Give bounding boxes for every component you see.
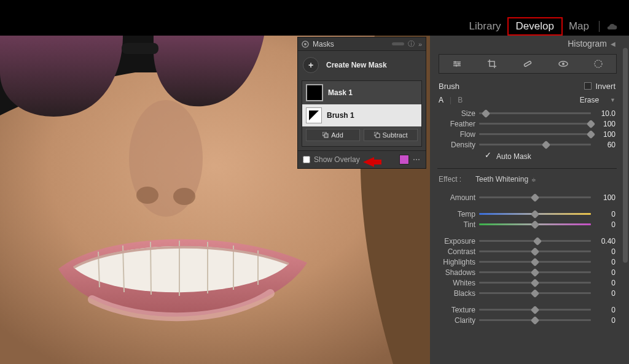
- svg-point-2: [136, 187, 158, 204]
- divider: [437, 168, 617, 169]
- chevron-updown-icon: ≑: [529, 177, 536, 183]
- highlights-slider[interactable]: Highlights 0: [430, 257, 629, 267]
- temp-slider[interactable]: Temp 0: [430, 209, 629, 219]
- svg-point-13: [304, 43, 307, 45]
- svg-point-3: [173, 188, 195, 205]
- brush-a-button[interactable]: A: [439, 96, 443, 104]
- masks-panel-icon: [302, 41, 309, 48]
- brush-b-button[interactable]: B: [458, 96, 463, 104]
- scrollbar[interactable]: [623, 48, 628, 263]
- size-slider[interactable]: Size 10.0: [430, 108, 629, 118]
- mask-item: Mask 1 Brush 1 Add Subtract: [302, 80, 422, 147]
- flow-slider[interactable]: Flow 100: [430, 129, 629, 139]
- effect-preset-dropdown[interactable]: Teeth Whitening ≑: [475, 175, 536, 184]
- drag-handle-icon[interactable]: [392, 42, 404, 45]
- texture-slider[interactable]: Texture 0: [430, 304, 629, 315]
- brush-name: Brush 1: [327, 111, 354, 120]
- nav-library[interactable]: Library: [463, 18, 507, 35]
- masks-panel-title: Masks: [313, 40, 388, 48]
- svg-rect-4: [122, 43, 158, 54]
- clarity-slider[interactable]: Clarity 0: [430, 315, 629, 325]
- masks-panel-footer: Show Overlay ⋯: [298, 150, 426, 168]
- brush-thumbnail[interactable]: [306, 107, 322, 123]
- automask-row[interactable]: Auto Mask: [430, 150, 629, 166]
- tint-slider[interactable]: Tint 0: [430, 219, 629, 230]
- mask-header-row[interactable]: Mask 1: [302, 81, 421, 104]
- tool-strip: [439, 54, 617, 74]
- right-panel: Histogram ◀ Brush Invert A | B Erase ▼ S…: [430, 36, 629, 364]
- edit-tool-icon[interactable]: [450, 57, 464, 71]
- top-bar: Library Develop Map: [0, 0, 629, 36]
- svg-point-20: [455, 65, 457, 67]
- module-nav: Library Develop Map: [463, 17, 618, 36]
- plus-icon[interactable]: +: [303, 57, 319, 73]
- automask-label: Auto Mask: [496, 152, 531, 161]
- effect-label: Effect :: [439, 175, 471, 184]
- contrast-slider[interactable]: Contrast 0: [430, 246, 629, 257]
- svg-rect-21: [524, 61, 531, 66]
- brush-preset-row: A | B Erase ▼: [430, 95, 629, 108]
- invert-checkbox[interactable]: [584, 82, 592, 90]
- effect-row: Effect : Teeth Whitening ≑: [430, 172, 629, 186]
- brush-section-label: Brush: [439, 82, 459, 91]
- mask-component-row[interactable]: Brush 1: [302, 104, 421, 126]
- svg-point-24: [595, 60, 602, 68]
- heal-tool-icon[interactable]: [521, 57, 534, 71]
- amount-slider[interactable]: Amount 100: [430, 192, 629, 203]
- subtract-icon: [374, 132, 380, 138]
- svg-point-19: [458, 63, 459, 65]
- svg-rect-17: [376, 134, 380, 137]
- nav-develop[interactable]: Develop: [507, 17, 563, 36]
- histogram-header[interactable]: Histogram ◀: [430, 36, 629, 52]
- erase-button[interactable]: Erase: [580, 96, 599, 104]
- svg-point-18: [454, 61, 456, 63]
- density-slider[interactable]: Density 60: [430, 139, 629, 150]
- crop-tool-icon[interactable]: [485, 57, 499, 71]
- histogram-label: Histogram: [568, 39, 607, 48]
- masks-panel-header[interactable]: Masks ⓘ »: [298, 37, 426, 51]
- masks-panel: Masks ⓘ » + Create New Mask Mask 1 Brush…: [297, 37, 426, 169]
- nav-separator: [599, 21, 600, 32]
- svg-rect-15: [324, 134, 328, 137]
- add-mask-button[interactable]: Add: [306, 129, 360, 141]
- create-mask-row[interactable]: + Create New Mask: [298, 51, 426, 80]
- invert-label: Invert: [595, 82, 615, 91]
- feather-slider[interactable]: Feather 100: [430, 118, 629, 129]
- blacks-slider[interactable]: Blacks 0: [430, 288, 629, 298]
- collapse-triangle-icon[interactable]: ◀: [611, 41, 615, 47]
- mask-actions: Add Subtract: [302, 126, 421, 146]
- create-mask-label: Create New Mask: [326, 61, 387, 69]
- redeye-tool-icon[interactable]: [557, 57, 570, 71]
- whites-slider[interactable]: Whites 0: [430, 277, 629, 288]
- shadows-slider[interactable]: Shadows 0: [430, 267, 629, 277]
- disclosure-triangle-icon[interactable]: ▼: [610, 97, 615, 103]
- show-overlay-checkbox[interactable]: [303, 156, 310, 163]
- more-menu-icon[interactable]: ⋯: [413, 155, 421, 164]
- automask-checkbox[interactable]: [485, 153, 493, 160]
- overlay-color-swatch[interactable]: [399, 155, 409, 165]
- masking-tool-icon[interactable]: [592, 57, 605, 71]
- svg-point-23: [562, 63, 565, 65]
- subtract-mask-button[interactable]: Subtract: [364, 129, 418, 141]
- nav-map[interactable]: Map: [563, 18, 595, 35]
- mask-thumbnail[interactable]: [306, 84, 323, 101]
- collapse-icon[interactable]: »: [418, 41, 422, 48]
- mask-name: Mask 1: [328, 88, 353, 97]
- exposure-slider[interactable]: Exposure 0.40: [430, 236, 629, 246]
- help-icon[interactable]: ⓘ: [408, 39, 415, 48]
- cloud-sync-icon[interactable]: [606, 22, 618, 31]
- add-icon: [322, 132, 329, 138]
- show-overlay-label: Show Overlay: [314, 155, 396, 164]
